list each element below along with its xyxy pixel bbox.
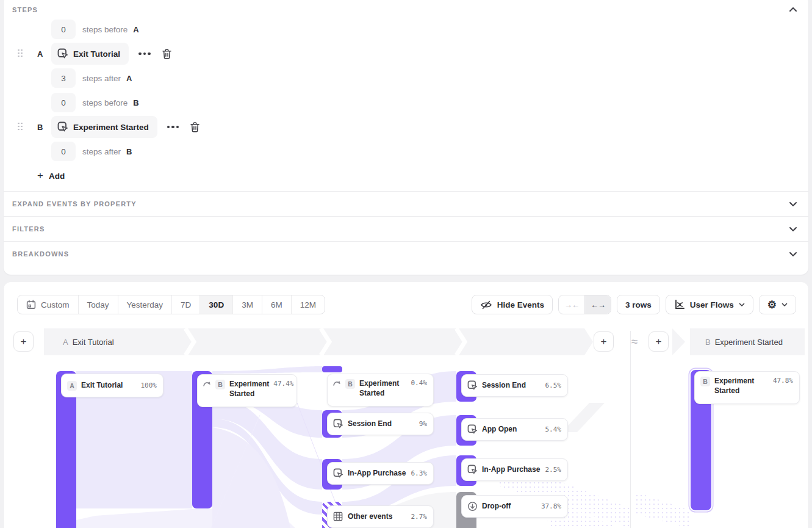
expand-columns-button[interactable]: ←→ <box>584 295 611 314</box>
event-click-icon <box>57 121 68 132</box>
chevron-down-icon <box>789 226 797 232</box>
event-picker-b-button[interactable]: Experiment Started <box>51 116 157 138</box>
node-name: Other events <box>348 512 407 522</box>
node-pct: 47.8% <box>773 377 793 385</box>
flow-node-session-end-2[interactable]: Session End 6.5% <box>461 374 568 397</box>
step-badge: A <box>67 381 77 391</box>
step-ref-b: B <box>126 147 132 156</box>
step-a-row: A Exit Tutorial <box>4 42 808 66</box>
range-3m[interactable]: 3M <box>232 295 262 314</box>
band-step-event: Exit Tutorial <box>73 338 114 347</box>
flow-node-app-open[interactable]: App Open 5.4% <box>461 418 568 441</box>
date-range-control: Custom Today Yesterday 7D 30D 3M 6M 12M <box>17 295 325 314</box>
steps-after-a-input[interactable]: 3 <box>51 68 76 88</box>
flow-node-in-app-purchase-2[interactable]: In-App Purchase 2.5% <box>461 458 568 481</box>
range-30d[interactable]: 30D <box>199 295 232 314</box>
rows-count-label: 3 rows <box>625 300 652 309</box>
flow-node-in-app-purchase[interactable]: In-App Purchase 6.3% <box>327 462 434 485</box>
event-click-icon <box>467 424 478 435</box>
band-step-letter: B <box>705 338 711 347</box>
node-pct: 37.8% <box>541 502 561 510</box>
add-column-after-a-button[interactable]: + <box>594 331 614 352</box>
chevron-separator-icon <box>454 328 469 355</box>
band-b-arrow <box>672 328 685 355</box>
node-name: Session End <box>348 419 415 429</box>
node-pct: 47.4% <box>273 380 293 388</box>
more-options-button[interactable] <box>138 52 151 56</box>
node-pct: 2.7% <box>411 513 428 521</box>
collapse-columns-button[interactable]: →← <box>559 295 584 314</box>
steps-after-label: steps after <box>82 147 121 156</box>
eye-off-icon <box>480 300 492 310</box>
section-label: FILTERS <box>12 225 45 233</box>
range-12m[interactable]: 12M <box>291 295 325 314</box>
steps-before-a-input[interactable]: 0 <box>51 20 76 39</box>
step-ref-a: A <box>133 25 138 34</box>
chevron-down-icon <box>789 251 797 257</box>
collapse-expand-control: →← ←→ <box>558 295 611 314</box>
flow-node-experiment-started-04[interactable]: B Experiment Started 0.4% <box>327 374 434 407</box>
steps-before-label: steps before <box>82 25 128 34</box>
drop-off-icon <box>467 501 478 512</box>
flow-node-exit-tutorial[interactable]: A Exit Tutorial 100% <box>61 374 163 397</box>
band-step-event: Experiment Started <box>715 338 783 347</box>
chevron-separator-icon <box>183 328 198 355</box>
add-column-before-a-button[interactable]: + <box>13 331 34 352</box>
range-6m[interactable]: 6M <box>262 295 291 314</box>
range-label: Today <box>87 300 109 309</box>
view-type-button[interactable]: User Flows <box>666 295 753 314</box>
add-step-label: Add <box>49 172 65 181</box>
steps-before-a-row: 0 steps before A <box>4 17 808 42</box>
drag-handle-icon[interactable] <box>18 49 24 59</box>
range-yesterday[interactable]: Yesterday <box>118 295 172 314</box>
flows-report-panel: Custom Today Yesterday 7D 30D 3M 6M 12M … <box>4 282 808 528</box>
flow-node-other-events[interactable]: Other events 2.7% <box>327 505 434 528</box>
node-name: In-App Purchase <box>348 469 407 479</box>
add-step-button[interactable]: + Add <box>37 170 65 182</box>
add-column-before-b-button[interactable]: + <box>649 331 669 352</box>
step-ref-b: B <box>133 98 138 107</box>
steps-before-b-input[interactable]: 0 <box>51 93 76 112</box>
curved-arrow-icon <box>203 380 211 388</box>
node-name: Exit Tutorial <box>81 381 137 391</box>
flow-column-header: + A Exit Tutorial + ≈ + B Experiment Sta… <box>4 328 808 355</box>
rows-count-button[interactable]: 3 rows <box>617 295 660 314</box>
settings-button[interactable]: ⚙ <box>759 295 796 314</box>
collapse-steps-button[interactable] <box>789 7 797 13</box>
steps-title: STEPS <box>12 6 38 13</box>
section-expand-events-by-property[interactable]: EXPAND EVENTS BY PROPERTY <box>4 191 808 216</box>
range-label: Yesterday <box>127 300 163 309</box>
section-label: BREAKDOWNS <box>12 250 69 258</box>
range-label: Custom <box>41 300 70 309</box>
node-pct: 0.4% <box>411 379 428 387</box>
range-7d[interactable]: 7D <box>171 295 199 314</box>
step-letter-b: B <box>37 123 51 132</box>
range-label: 6M <box>271 300 282 309</box>
approx-gap-symbol: ≈ <box>621 328 648 355</box>
flow-node-drop-off[interactable]: Drop-off 37.8% <box>461 495 568 518</box>
hide-events-button[interactable]: Hide Events <box>472 295 553 314</box>
report-toolbar: Custom Today Yesterday 7D 30D 3M 6M 12M … <box>4 295 808 314</box>
step-b-header-band: B Experiment Started <box>690 328 805 355</box>
flow-node-experiment-started-47[interactable]: B Experiment Started 47.4% <box>197 374 297 407</box>
step-badge: B <box>700 377 710 386</box>
flow-node-session-end[interactable]: Session End 9% <box>327 413 434 435</box>
event-picker-a-button[interactable]: Exit Tutorial <box>51 43 129 65</box>
range-label: 3M <box>242 300 253 309</box>
flow-bar-experiment-started-small[interactable] <box>322 366 342 372</box>
range-today[interactable]: Today <box>78 295 118 314</box>
node-pct: 6.5% <box>545 382 562 389</box>
steps-after-b-input[interactable]: 0 <box>51 142 76 161</box>
range-custom[interactable]: Custom <box>18 295 78 314</box>
section-breakdowns[interactable]: BREAKDOWNS <box>4 241 808 266</box>
delete-step-a-button[interactable] <box>162 48 172 60</box>
drag-handle-icon[interactable] <box>18 123 24 132</box>
chevron-separator-icon <box>318 328 333 355</box>
chevron-down-icon <box>739 303 745 307</box>
chevron-down-icon <box>781 303 788 307</box>
delete-step-b-button[interactable] <box>190 121 200 133</box>
section-filters[interactable]: FILTERS <box>4 216 808 241</box>
flow-node-experiment-started-anchor[interactable]: B Experiment Started 47.8% <box>694 371 800 404</box>
more-options-button[interactable] <box>167 126 179 129</box>
node-name: Session End <box>482 381 541 391</box>
